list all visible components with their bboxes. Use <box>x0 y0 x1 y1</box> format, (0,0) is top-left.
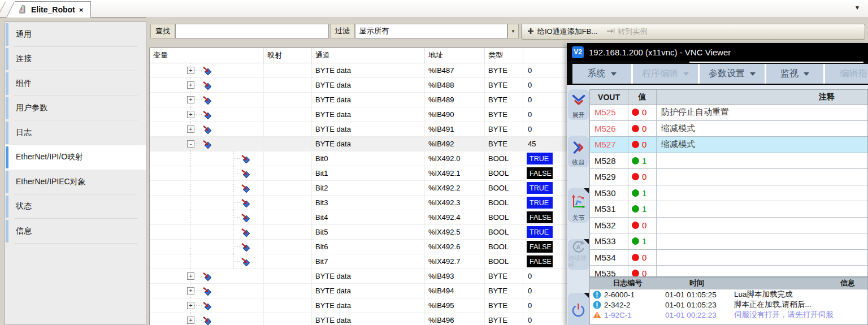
sidebar-item-0[interactable]: 通用 <box>5 22 146 47</box>
vout-row[interactable]: M5320 <box>590 218 867 234</box>
tree-line <box>234 246 241 247</box>
sidebar-item-3[interactable]: 用户参数 <box>5 96 146 121</box>
cell-type: BYTE <box>485 93 523 107</box>
cell-channel: BYTE data <box>312 93 425 107</box>
log-column-header: 信息 <box>728 278 867 289</box>
sidebar-item-2[interactable]: 组件 <box>5 71 146 96</box>
sidebar-item-6[interactable]: EtherNet/IPIEC对象 <box>5 170 146 194</box>
cell-channel: BYTE data <box>312 122 425 136</box>
expand-toggle-icon[interactable]: + <box>187 302 194 309</box>
vnc-menu-button-4[interactable]: 编辑指令 <box>823 64 868 84</box>
vnc-menu-button-1[interactable]: 程序编辑 <box>631 64 698 84</box>
bool-value-badge: TRUE <box>527 182 553 194</box>
vnc-side-button-power[interactable] <box>568 293 589 325</box>
cell-channel: BYTE data <box>312 313 425 325</box>
cell-type: BYTE <box>485 78 523 92</box>
tree-line <box>190 210 191 224</box>
log-row[interactable]: 1-92C-101-01 00:22:23伺服没有打开，请先打开伺服 <box>590 310 867 320</box>
vout-row[interactable]: M5290 <box>590 169 867 185</box>
vnc-side-button-收起[interactable]: 收起 <box>568 136 589 167</box>
byte-value: 0 <box>528 125 532 133</box>
io-table-toolbar: 查找 过滤 显示所有 ▼ 给IO通道添加FB... 转到实例 <box>149 24 866 40</box>
sidebar-item-accent-strip <box>6 171 8 193</box>
cell-address: %IX492.3 <box>425 196 485 210</box>
vnc-side-button-连续循环[interactable]: A连续循环 <box>568 239 589 270</box>
expand-toggle-icon[interactable]: + <box>187 111 194 118</box>
tab-elite-robot[interactable]: Elite_Robot × <box>15 1 91 18</box>
expand-toggle-icon[interactable]: + <box>187 81 194 89</box>
vout-note <box>657 218 867 233</box>
log-row[interactable]: 2-342-201-01 01:05:23脚本正在加载,请稍后... <box>590 300 867 310</box>
expand-toggle-icon[interactable]: + <box>187 272 194 280</box>
expand-toggle-icon[interactable]: + <box>187 96 194 103</box>
cell-mapping <box>264 298 312 313</box>
vnc-title-bar[interactable]: V2 192.168.1.200 (x11vnc) - VNC Viewer <box>567 43 868 61</box>
output-variable-icon <box>202 316 211 325</box>
sidebar-item-7[interactable]: 状态 <box>5 194 146 219</box>
cell-address: %IX492.4 <box>425 210 485 224</box>
cell-mapping <box>264 166 312 180</box>
vout-row[interactable]: M5331 <box>590 233 867 250</box>
cell-mapping <box>264 269 312 283</box>
output-variable-icon <box>202 272 211 281</box>
filter-dropdown-arrow-icon[interactable]: ▼ <box>507 24 519 38</box>
vnc-viewer-window: V2 192.168.1.200 (x11vnc) - VNC Viewer 系… <box>567 43 868 325</box>
vout-table-header-row: VOUT值注释 <box>590 90 867 105</box>
cell-channel: Bit1 <box>312 166 425 180</box>
vout-row[interactable]: M5260缩减模式 <box>590 121 867 137</box>
add-fb-button[interactable]: 给IO通道添加FB... <box>527 27 597 37</box>
sidebar-item-8[interactable]: 信息 <box>5 219 146 244</box>
vout-row[interactable]: M5350 <box>590 266 867 277</box>
vout-row[interactable]: M5311 <box>590 201 867 218</box>
cell-mapping <box>264 225 312 239</box>
vout-name: M534 <box>590 250 628 266</box>
sidebar-item-5[interactable]: EtherNet/IPI/O映射 <box>5 145 146 170</box>
find-input[interactable] <box>175 24 329 38</box>
log-row[interactable]: 2-6000-101-01 01:05:25Lua脚本加载完成 <box>590 289 867 300</box>
vnc-menu-button-3[interactable]: 监视 <box>765 64 823 84</box>
byte-value: 0 <box>528 272 532 280</box>
vnc-menu-label: 监视 <box>780 68 798 80</box>
tab-title: Elite_Robot <box>31 5 75 14</box>
expand-toggle-icon[interactable]: - <box>187 140 194 148</box>
vnc-content: 展开收起关节A连续循环 VOUT值注释 M5250防护停止自动重置M5260缩减… <box>567 85 868 325</box>
expand-toggle-icon[interactable]: + <box>187 287 194 294</box>
vout-row[interactable]: M5340 <box>590 250 867 266</box>
vnc-menu-label: 程序编辑 <box>642 68 678 80</box>
cell-mapping <box>264 93 312 107</box>
vout-row[interactable]: M5301 <box>590 185 867 202</box>
vnc-menu-bar: 系统程序编辑参数设置监视编辑指令 <box>567 61 868 85</box>
sidebar-item-1[interactable]: 连接 <box>5 47 146 72</box>
expand-toggle-icon[interactable]: + <box>187 317 194 324</box>
filter-select[interactable]: 显示所有 <box>355 24 507 38</box>
tab-overflow-dropdown-icon[interactable]: ▼ <box>854 5 860 11</box>
filter-selected-value: 显示所有 <box>359 26 389 36</box>
tree-line <box>233 166 234 180</box>
cell-mapping <box>264 137 312 151</box>
vnc-menu-button-2[interactable]: 参数设置 <box>698 64 765 84</box>
vnc-side-button-关节[interactable]: 关节 <box>568 188 589 223</box>
vout-column-header: 值 <box>628 90 657 104</box>
cell-variable: + <box>150 269 264 283</box>
cell-type: BOOL <box>485 166 523 180</box>
goto-instance-button[interactable]: 转到实例 <box>607 27 647 37</box>
output-variable-icon <box>241 169 250 178</box>
vout-note <box>657 233 867 249</box>
byte-value: 45 <box>528 140 536 148</box>
cell-type: BYTE <box>485 269 523 283</box>
vout-row[interactable]: M5270缩减模式 <box>590 137 867 153</box>
vout-value-cell: 0 <box>628 137 657 153</box>
vout-row[interactable]: M5281 <box>590 153 867 170</box>
tab-close-icon[interactable]: × <box>79 6 84 14</box>
cell-channel: BYTE data <box>312 78 425 92</box>
expand-toggle-icon[interactable]: + <box>187 67 194 74</box>
vnc-menu-button-0[interactable]: 系统 <box>572 64 631 84</box>
expand-toggle-icon[interactable]: + <box>187 125 194 133</box>
sidebar-item-4[interactable]: 日志 <box>5 120 146 145</box>
cell-variable <box>150 240 264 254</box>
vnc-side-button-展开[interactable]: 展开 <box>568 89 589 120</box>
vout-value: 0 <box>642 124 646 133</box>
vout-row[interactable]: M5250防护停止自动重置 <box>590 105 867 121</box>
cell-variable: + <box>150 93 264 107</box>
cell-address: %IB492 <box>425 137 485 151</box>
